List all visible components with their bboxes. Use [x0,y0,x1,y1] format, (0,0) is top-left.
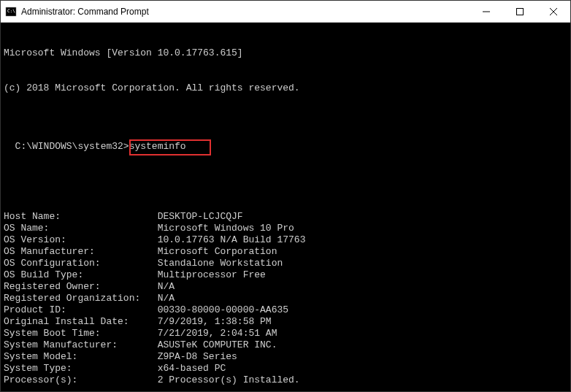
prompt-path: C:\WINDOWS\system32> [15,141,129,152]
terminal-area[interactable]: Microsoft Windows [Version 10.0.17763.61… [1,23,570,391]
info-row: OS Manufacturer: Microsoft Corporation [4,246,567,258]
maximize-button[interactable] [503,1,537,22]
info-row: System Manufacturer: ASUSTeK COMPUTER IN… [4,339,567,351]
window-title: Administrator: Command Prompt [21,7,149,17]
info-row: Registered Organization: N/A [4,293,567,304]
svg-text:C:\: C:\ [7,8,15,13]
info-row: Registered Owner: N/A [4,281,567,293]
systeminfo-output: Host Name: DESKTOP-LCJCQJFOS Name: Micro… [4,211,567,386]
info-row: Product ID: 00330-80000-00000-AA635 [4,304,567,316]
svg-rect-3 [517,8,524,15]
header-line-2: (c) 2018 Microsoft Corporation. All righ… [4,82,567,94]
info-row: OS Name: Microsoft Windows 10 Pro [4,223,567,234]
titlebar-left: C:\ Administrator: Command Prompt [1,6,149,18]
blank-line [4,118,567,129]
info-row: System Model: Z9PA-D8 Series [4,351,567,363]
info-row: Processor(s): 2 Processor(s) Installed. [4,374,567,386]
minimize-button[interactable] [470,1,503,22]
info-row: System Type: x64-based PC [4,363,567,374]
info-row: Original Install Date: 7/9/2019, 1:38:58… [4,316,567,328]
window-titlebar: C:\ Administrator: Command Prompt [1,1,570,23]
blank-line [4,164,567,176]
prompt-line: C:\WINDOWS\system32>systeminfo [15,141,186,153]
info-row: Host Name: DESKTOP-LCJCQJF [4,211,567,223]
prompt-command: systeminfo [129,141,186,152]
close-button[interactable] [537,1,570,22]
cmd-icon: C:\ [5,6,17,18]
info-row: System Boot Time: 7/21/2019, 2:04:51 AM [4,328,567,339]
info-row: OS Configuration: Standalone Workstation [4,258,567,269]
info-row: OS Version: 10.0.17763 N/A Build 17763 [4,234,567,246]
info-row: OS Build Type: Multiprocessor Free [4,269,567,281]
header-line-1: Microsoft Windows [Version 10.0.17763.61… [4,47,567,59]
window-controls [470,1,570,22]
